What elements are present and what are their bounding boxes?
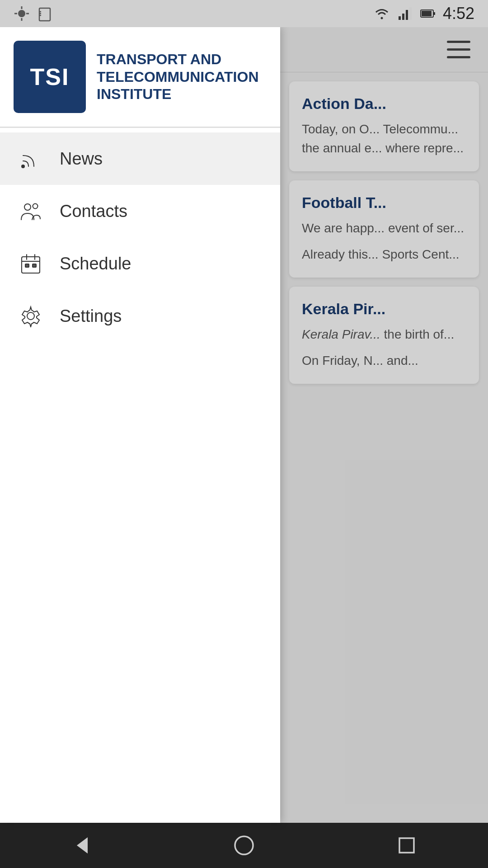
svg-rect-16: [422, 11, 432, 16]
svg-rect-10: [399, 16, 401, 20]
logo-box: TSI: [14, 41, 86, 113]
back-button[interactable]: [63, 827, 99, 863]
sidebar-label-settings: Settings: [60, 307, 122, 326]
svg-point-19: [33, 204, 38, 209]
sidebar-label-news: News: [60, 149, 103, 169]
sidebar-overlay[interactable]: [280, 27, 488, 823]
svg-rect-13: [409, 7, 412, 20]
svg-point-26: [27, 312, 34, 320]
svg-rect-15: [433, 12, 435, 15]
rss-icon: [18, 146, 43, 171]
sidebar-item-news[interactable]: News: [0, 132, 280, 185]
gear-icon: [18, 303, 43, 329]
battery-icon: [420, 5, 436, 22]
svg-point-17: [21, 165, 25, 168]
app-container: TSI TRANSPORT AND TELECOMMUNICATION INST…: [0, 27, 488, 823]
nav-menu: News Contacts: [0, 128, 280, 342]
svg-point-28: [235, 836, 253, 854]
signal-icon: [397, 5, 413, 22]
org-name-line1: TRANSPORT AND: [97, 51, 258, 68]
status-bar-left: [14, 5, 53, 22]
logo-abbr: TSI: [30, 63, 70, 90]
sun-icon: [14, 5, 30, 22]
calendar-icon: [18, 251, 43, 276]
sidebar-header: TSI TRANSPORT AND TELECOMMUNICATION INST…: [0, 27, 280, 127]
svg-rect-12: [406, 10, 408, 20]
status-time: 4:52: [443, 4, 474, 23]
svg-marker-27: [77, 837, 88, 854]
svg-rect-25: [33, 264, 36, 267]
svg-rect-5: [39, 8, 50, 21]
svg-rect-24: [25, 264, 29, 267]
sidebar-item-schedule[interactable]: Schedule: [0, 237, 280, 290]
svg-point-18: [24, 204, 31, 210]
sidebar-label-schedule: Schedule: [60, 254, 131, 274]
org-name-line2: TELECOMMUNICATION: [97, 68, 258, 85]
sidebar-item-contacts[interactable]: Contacts: [0, 185, 280, 237]
sidebar-drawer: TSI TRANSPORT AND TELECOMMUNICATION INST…: [0, 27, 280, 823]
home-button[interactable]: [226, 827, 262, 863]
svg-rect-11: [402, 14, 404, 20]
people-icon: [18, 198, 43, 224]
svg-point-9: [380, 17, 383, 19]
org-name: TRANSPORT AND TELECOMMUNICATION INSTITUT…: [97, 51, 258, 103]
org-name-line3: INSTITUTE: [97, 85, 258, 103]
sidebar-label-contacts: Contacts: [60, 202, 127, 221]
status-bar: 4:52: [0, 0, 488, 27]
svg-rect-29: [399, 838, 414, 853]
main-content: Action Da... Today, on O... Telecommu...…: [280, 27, 488, 823]
svg-rect-20: [22, 257, 40, 273]
bottom-navigation-bar: [0, 823, 488, 868]
status-bar-right: 4:52: [374, 4, 474, 23]
svg-point-0: [18, 10, 25, 17]
sidebar-item-settings[interactable]: Settings: [0, 290, 280, 342]
recents-button[interactable]: [389, 827, 425, 863]
sd-card-icon: [37, 5, 53, 22]
wifi-icon: [374, 5, 390, 22]
